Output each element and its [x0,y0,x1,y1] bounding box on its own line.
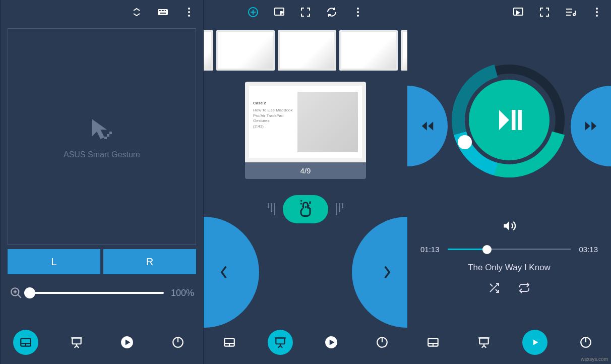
add-icon[interactable] [245,4,261,20]
svg-rect-5 [165,10,166,11]
panel-presentation: P Case 2 How To Use MacBook Pro/Air Trac… [204,0,407,364]
track-seek-bar[interactable] [448,249,571,250]
nav-power-button[interactable] [370,330,395,355]
refresh-icon[interactable] [324,4,340,20]
svg-rect-2 [160,10,161,11]
zoom-slider[interactable] [30,292,164,294]
song-title: The Only Way I Know [407,263,611,273]
svg-point-31 [357,11,359,13]
nav-media-button[interactable] [522,330,547,355]
collapse-icon[interactable] [129,4,145,20]
wave-indicator-icon [336,203,343,215]
trackpad-surface[interactable]: ASUS Smart Gesture [8,28,196,245]
volume-icon[interactable] [407,219,611,235]
fullscreen-icon[interactable] [297,4,314,20]
zoom-control: 100% [10,286,194,299]
prev-slide-button[interactable] [204,217,259,328]
zoom-in-icon[interactable] [10,286,23,299]
top-bar [1,0,203,24]
slide-duration: (2:41) [253,124,293,129]
overflow-menu-icon[interactable] [350,4,366,20]
zoom-value: 100% [171,288,194,298]
overflow-menu-icon[interactable] [181,4,197,20]
tap-gesture-icon [296,200,315,218]
slide-case-label: Case 2 [253,101,293,106]
svg-point-50 [596,8,598,10]
svg-line-11 [18,294,21,298]
svg-rect-4 [163,10,164,11]
slide-thumbnail[interactable] [339,30,398,71]
nav-trackpad-button[interactable] [13,330,38,355]
nav-presentation-button[interactable] [268,330,293,355]
svg-text:P: P [280,11,283,15]
svg-line-41 [280,346,282,348]
nav-presentation-button[interactable] [471,330,497,355]
play-pause-button[interactable] [469,80,549,160]
zoom-slider-thumb[interactable] [24,287,35,298]
svg-point-9 [188,15,190,17]
svg-rect-0 [158,9,168,15]
time-total: 03:13 [579,245,598,254]
next-slide-button[interactable] [352,217,407,328]
svg-rect-17 [72,338,81,344]
bottom-nav [1,321,203,364]
shuffle-icon[interactable] [488,282,500,294]
nav-trackpad-button[interactable] [217,330,242,355]
cast-screen-icon[interactable] [510,4,526,20]
svg-rect-3 [162,10,163,11]
slide-thumbnail-strip[interactable] [204,24,407,77]
panel-trackpad: ASUS Smart Gesture L R 100% [0,0,204,364]
svg-rect-58 [479,338,488,344]
presenter-view-icon[interactable]: P [271,4,287,20]
nav-media-button[interactable] [319,330,344,355]
panel-music: 01:13 03:13 The Only Way I Know wsxsys.c… [407,0,611,364]
slide-thumbnail[interactable] [204,30,213,71]
cursor-move-icon [87,114,117,144]
svg-point-51 [596,11,598,13]
slide-thumbnail[interactable] [216,30,275,71]
progress-ring-thumb[interactable] [458,135,472,149]
nav-power-button[interactable] [573,330,598,355]
wave-indicator-icon [268,203,275,215]
left-click-button[interactable]: L [8,249,100,274]
playback-dial [407,24,611,216]
track-progress-row: 01:13 03:13 [407,245,611,254]
svg-rect-6 [160,13,166,14]
svg-rect-1 [159,10,160,11]
svg-rect-53 [512,110,516,130]
top-bar: P [204,0,407,24]
repeat-icon[interactable] [518,282,530,294]
slide-thumbnail[interactable] [278,30,336,71]
nav-presentation-button[interactable] [64,330,89,355]
svg-point-32 [357,15,359,17]
touch-gesture-button[interactable] [283,195,328,223]
nav-power-button[interactable] [165,330,191,355]
bottom-nav [204,321,407,364]
playlist-icon[interactable] [563,4,579,20]
keyboard-icon[interactable] [155,4,171,20]
current-slide[interactable]: Case 2 How To Use MacBook Pro/Air TrackP… [245,82,366,179]
watermark: wsxsys.com [581,356,608,362]
fullscreen-icon[interactable] [536,4,553,20]
svg-rect-37 [276,338,284,344]
svg-point-52 [596,15,598,17]
right-click-button[interactable]: R [103,249,196,274]
nav-trackpad-button[interactable] [420,330,446,355]
trackpad-label: ASUS Smart Gesture [64,150,140,159]
track-seek-thumb[interactable] [482,245,492,254]
svg-line-62 [484,346,486,348]
nav-media-button[interactable] [114,330,140,355]
svg-point-33 [301,200,310,207]
svg-line-21 [77,346,79,348]
top-bar [407,0,611,24]
slide-subtitle: How To Use MacBook Pro/Air TrackPad Gest… [253,108,293,124]
mouse-buttons: L R [8,249,196,274]
svg-point-8 [188,11,190,13]
time-current: 01:13 [420,245,440,254]
svg-point-7 [188,8,190,10]
slide-thumbnail[interactable] [401,30,407,71]
slide-counter: 4/9 [245,162,366,179]
overflow-menu-icon[interactable] [589,4,605,20]
svg-rect-54 [518,110,522,130]
svg-point-30 [357,8,359,10]
